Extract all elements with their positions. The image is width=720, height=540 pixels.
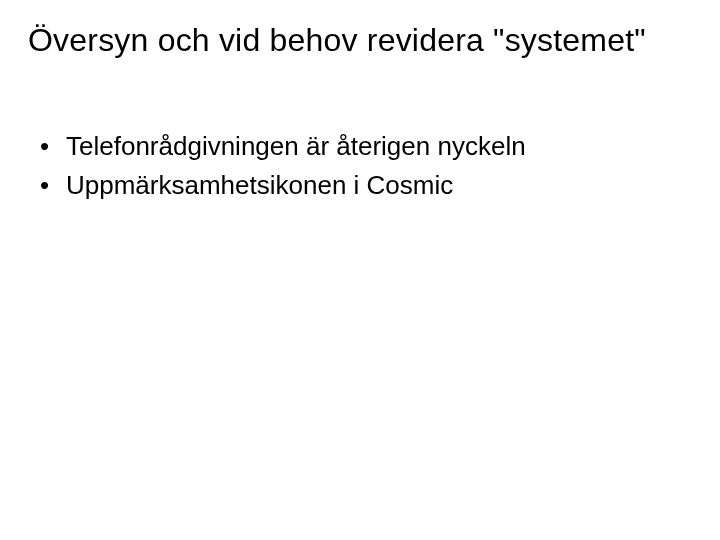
- slide: Översyn och vid behov revidera "systemet…: [0, 0, 720, 540]
- list-item: Telefonrådgivningen är återigen nyckeln: [40, 129, 692, 164]
- list-item: Uppmärksamhetsikonen i Cosmic: [40, 168, 692, 203]
- slide-title: Översyn och vid behov revidera "systemet…: [28, 22, 692, 59]
- bullet-list: Telefonrådgivningen är återigen nyckeln …: [28, 129, 692, 203]
